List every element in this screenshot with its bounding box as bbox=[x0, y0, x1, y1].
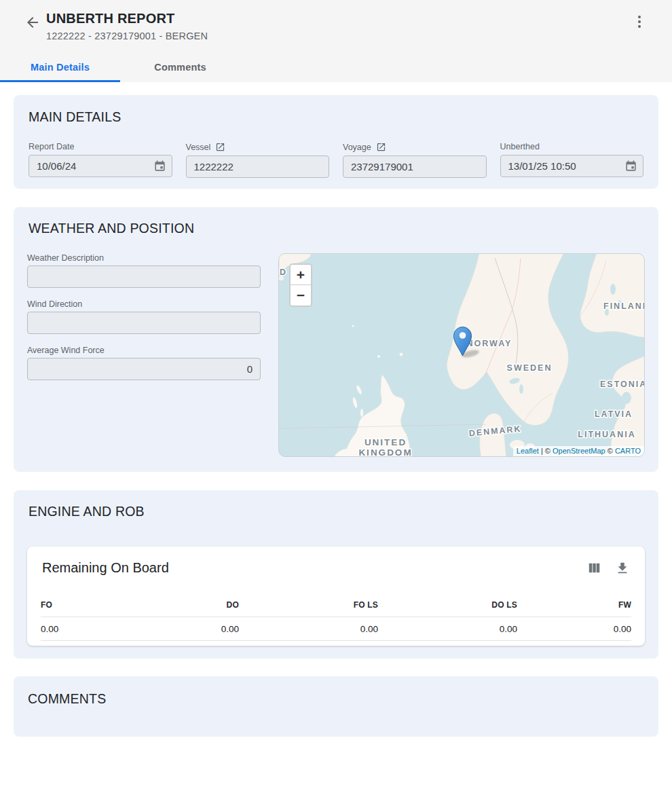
vessel-input[interactable] bbox=[186, 155, 330, 178]
page-title: UNBERTH REPORT bbox=[46, 10, 208, 27]
map-zoom-control: + − bbox=[289, 263, 312, 307]
map-label-finland: FINLAND bbox=[603, 301, 645, 311]
cell-do: 0.00 bbox=[143, 624, 239, 634]
title-block: UNBERTH REPORT 1222222 - 23729179001 - B… bbox=[46, 10, 208, 43]
page-subtitle: 1222222 - 23729179001 - BERGEN bbox=[46, 29, 208, 43]
tab-main-details[interactable]: Main Details bbox=[0, 52, 120, 82]
comments-heading: COMMENTS bbox=[28, 691, 644, 707]
weather-description-input[interactable] bbox=[27, 265, 261, 288]
cell-fols: 0.00 bbox=[239, 624, 378, 634]
report-date-input[interactable] bbox=[29, 155, 172, 177]
weather-position-card: WEATHER AND POSITION Weather Description… bbox=[14, 207, 658, 472]
position-map[interactable]: D NORWAY SWEDEN FINLAND ESTONIA LATVIA L… bbox=[278, 253, 645, 457]
cell-fo: 0.00 bbox=[41, 624, 143, 634]
active-tab-indicator bbox=[0, 80, 120, 82]
zoom-in-button[interactable]: + bbox=[291, 265, 311, 285]
calendar-icon[interactable] bbox=[153, 160, 166, 175]
rob-table-title: Remaining On Board bbox=[42, 560, 169, 576]
average-wind-force-input[interactable] bbox=[27, 358, 261, 380]
map-label-partial: D bbox=[280, 268, 287, 277]
unberthed-label: Unberthed bbox=[500, 142, 540, 151]
main-details-card: MAIN DETAILS Report Date Vessel Voyage bbox=[14, 95, 658, 189]
carto-link[interactable]: CARTO bbox=[615, 447, 641, 455]
wind-direction-label: Wind Direction bbox=[27, 299, 82, 309]
vessel-field: Vessel bbox=[186, 142, 330, 178]
back-button[interactable] bbox=[24, 14, 41, 31]
open-in-new-icon[interactable] bbox=[376, 142, 386, 152]
more-options-button[interactable] bbox=[631, 14, 648, 30]
weather-description-label: Weather Description bbox=[27, 253, 104, 263]
voyage-label: Voyage bbox=[343, 143, 371, 152]
unberthed-input[interactable] bbox=[500, 155, 644, 177]
col-header-do: DO bbox=[143, 600, 239, 610]
engine-rob-card: ENGINE AND ROB Remaining On Board FO DO … bbox=[14, 490, 658, 659]
vessel-label: Vessel bbox=[186, 143, 211, 152]
unberthed-field: Unberthed bbox=[500, 142, 644, 178]
col-header-dols: DO LS bbox=[378, 600, 517, 610]
weather-position-heading: WEATHER AND POSITION bbox=[29, 221, 645, 236]
weather-fields: Weather Description Wind Direction Avera… bbox=[27, 253, 261, 457]
map-label-uk-1: UNITED bbox=[365, 437, 407, 447]
calendar-icon[interactable] bbox=[624, 160, 637, 175]
map-label-lithuania: LITHUANIA bbox=[578, 430, 635, 439]
attribution-divider: | bbox=[541, 447, 543, 455]
rob-value-row: 0.00 0.00 0.00 0.00 0.00 bbox=[41, 617, 631, 641]
leaflet-link[interactable]: Leaflet bbox=[517, 447, 539, 455]
columns-icon[interactable] bbox=[586, 560, 602, 576]
col-header-fo: FO bbox=[41, 600, 143, 610]
cell-dols: 0.00 bbox=[378, 624, 517, 634]
copyright-sign: © bbox=[545, 447, 550, 455]
cell-fw: 0.00 bbox=[517, 624, 631, 634]
map-label-estonia: ESTONIA bbox=[600, 380, 645, 389]
download-icon[interactable] bbox=[615, 561, 630, 576]
engine-rob-heading: ENGINE AND ROB bbox=[29, 504, 645, 519]
col-header-fw: FW bbox=[517, 600, 631, 610]
comments-card: COMMENTS bbox=[14, 676, 658, 737]
average-wind-force-label: Average Wind Force bbox=[27, 346, 105, 355]
remaining-on-board-panel: Remaining On Board FO DO FO LS DO LS FW … bbox=[27, 547, 645, 646]
rob-header-row: FO DO FO LS DO LS FW bbox=[41, 593, 631, 617]
map-basemap: D NORWAY SWEDEN FINLAND ESTONIA LATVIA L… bbox=[279, 254, 645, 457]
app-header: UNBERTH REPORT 1222222 - 23729179001 - B… bbox=[0, 0, 672, 82]
map-attribution: Leaflet | © OpenStreetMap © CARTO bbox=[513, 446, 644, 456]
kebab-menu-icon bbox=[631, 14, 648, 30]
tab-bar: Main Details Comments bbox=[0, 52, 240, 82]
map-label-latvia: LATVIA bbox=[595, 409, 633, 419]
tab-comments[interactable]: Comments bbox=[120, 52, 240, 82]
map-label-uk-2: KINGDOM bbox=[358, 447, 412, 457]
main-details-heading: MAIN DETAILS bbox=[29, 109, 643, 125]
map-label-sweden: SWEDEN bbox=[507, 363, 553, 373]
copyright-sign: © bbox=[608, 447, 613, 455]
voyage-field: Voyage bbox=[343, 142, 487, 178]
report-date-field: Report Date bbox=[29, 142, 172, 178]
zoom-out-button[interactable]: − bbox=[291, 285, 311, 306]
col-header-fols: FO LS bbox=[239, 600, 378, 610]
report-date-label: Report Date bbox=[29, 142, 74, 151]
voyage-input[interactable] bbox=[343, 155, 487, 178]
osm-link[interactable]: OpenStreetMap bbox=[553, 447, 605, 455]
arrow-back-icon bbox=[24, 14, 41, 31]
wind-direction-input[interactable] bbox=[27, 312, 261, 334]
open-in-new-icon[interactable] bbox=[215, 142, 225, 152]
map-label-norway: NORWAY bbox=[467, 339, 512, 348]
